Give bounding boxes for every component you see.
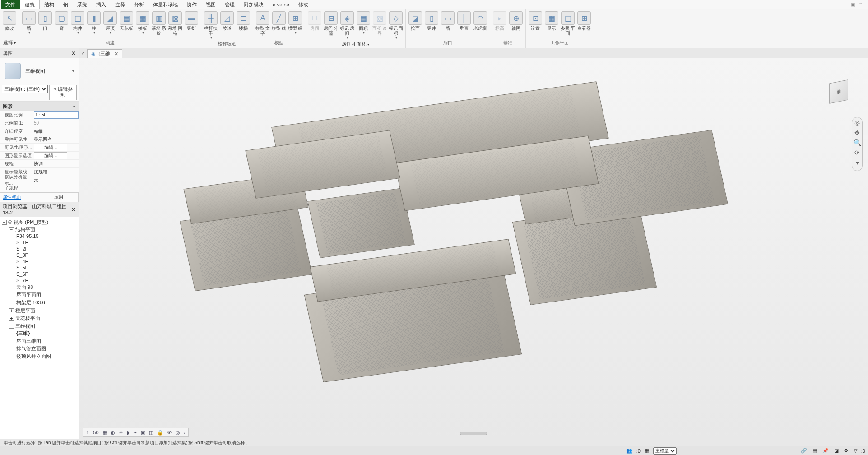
tree-leaf[interactable]: S_5F xyxy=(16,265,78,271)
cube-face[interactable]: 前 xyxy=(829,79,848,103)
tree-root[interactable]: 视图 (PM_模型) xyxy=(14,219,48,225)
property-row[interactable]: 视图比例 xyxy=(0,111,79,119)
select-face-icon[interactable]: ◪ xyxy=(833,448,840,454)
close-icon[interactable]: ✕ xyxy=(71,50,76,56)
wall-opening-button[interactable]: ▭墙 xyxy=(440,10,455,32)
tab-annotate[interactable]: 注释 xyxy=(111,0,130,9)
tree-toggle[interactable]: − xyxy=(2,220,7,225)
edit-button[interactable]: 编辑... xyxy=(34,144,67,151)
tab-massing[interactable]: 体量和场地 xyxy=(149,0,182,9)
tree-toggle[interactable]: + xyxy=(9,316,14,321)
roof-button[interactable]: ◢屋顶▾ xyxy=(102,10,118,37)
visual-style-icon[interactable]: ◐ xyxy=(109,430,116,436)
project-tree[interactable]: −⦾ 视图 (PM_模型) −结构平面 F34 95.15S_1FS_2FS_3… xyxy=(0,217,79,439)
area-tag-button[interactable]: ◇标记 面积▾ xyxy=(388,10,404,41)
grid-button[interactable]: ⊕轴网 xyxy=(508,10,524,32)
model-select[interactable]: 主模型 xyxy=(653,447,677,455)
property-row[interactable]: 详细程度精细 xyxy=(0,127,79,135)
tab-manage[interactable]: 管理 xyxy=(220,0,239,9)
viewport-canvas[interactable]: 前 ◎ ✥ 🔍 ⟳ ▾ 1 : 50 ▦ ◐ ☀ ◗ ✦ ▣ ◫ 🔒 👁 ◎ xyxy=(79,58,868,439)
by-face-button[interactable]: ◪按面 xyxy=(408,10,423,32)
lock-3d-icon[interactable]: 🔒 xyxy=(156,430,165,436)
filter-icon[interactable]: ▽ xyxy=(852,448,859,454)
close-icon[interactable]: ✕ xyxy=(71,206,76,213)
temp-hide-icon[interactable]: 👁 xyxy=(166,430,173,435)
tab-collaborate[interactable]: 协作 xyxy=(182,0,201,9)
property-row[interactable]: 规程协调 xyxy=(0,160,79,168)
model-text-button[interactable]: A模型 文字 xyxy=(255,10,270,37)
panel-toggle-icon[interactable]: ▣ xyxy=(850,2,855,8)
editable-only-icon[interactable]: ▦ xyxy=(643,448,650,454)
property-row[interactable]: 可见性/图形...编辑... xyxy=(0,144,79,152)
workset-icon[interactable]: 👥 xyxy=(625,448,634,454)
room-tag-button[interactable]: ◈标记 房间▾ xyxy=(339,10,355,41)
ramp-button[interactable]: ◿坡道 xyxy=(219,10,235,41)
type-selector[interactable]: 三维视图 ▾ xyxy=(0,58,79,84)
tab-everse[interactable]: e-verse xyxy=(268,0,294,9)
property-row[interactable]: 图形显示选项编辑... xyxy=(0,152,79,160)
orbit-icon[interactable]: ⟳ xyxy=(852,149,862,159)
door-button[interactable]: ▯门 xyxy=(37,10,53,37)
tab-architecture[interactable]: 建筑 xyxy=(20,0,40,9)
tree-node-struct[interactable]: 结构平面 xyxy=(15,227,35,232)
edit-button[interactable]: 编辑... xyxy=(34,152,67,159)
detail-level-icon[interactable]: ▦ xyxy=(101,430,108,436)
properties-help-link[interactable]: 属性帮助 xyxy=(0,193,39,202)
tree-leaf[interactable]: S_2F xyxy=(16,246,78,252)
tab-analyze[interactable]: 分析 xyxy=(130,0,149,9)
reveal-icon[interactable]: ◎ xyxy=(174,430,181,436)
tree-leaf[interactable]: 楼顶风井立面图 xyxy=(16,353,78,360)
mullion-button[interactable]: ▬竖梃 xyxy=(184,10,199,37)
tree-node-3d[interactable]: 三维视图 xyxy=(15,323,35,329)
apply-button[interactable]: 应用 xyxy=(39,193,79,202)
chevron-left-icon[interactable]: ‹ xyxy=(182,430,187,435)
drag-icon[interactable]: ✥ xyxy=(843,448,849,454)
area-button[interactable]: ▦面积▾ xyxy=(356,10,371,41)
tree-leaf[interactable]: 排气管立面图 xyxy=(16,345,78,353)
modify-button[interactable]: ↖修改 xyxy=(2,10,17,32)
tab-steel[interactable]: 钢 xyxy=(59,0,73,9)
select-underlay-icon[interactable]: ▤ xyxy=(811,448,818,454)
room-button[interactable]: □房间 xyxy=(307,10,322,41)
railing-button[interactable]: ╫栏杆扶手▾ xyxy=(203,10,218,41)
level-button[interactable]: ▸标高 xyxy=(492,10,507,32)
room-separator-button[interactable]: ⊟房间 分隔 xyxy=(323,10,339,41)
component-button[interactable]: ◫构件▾ xyxy=(70,10,85,37)
stair-button[interactable]: ≣楼梯 xyxy=(236,10,251,41)
tree-leaf[interactable]: S_3F xyxy=(16,252,78,258)
tab-modify[interactable]: 修改 xyxy=(294,0,313,9)
tree-leaf[interactable]: F34 95.15 xyxy=(16,233,78,239)
shadows-icon[interactable]: ◗ xyxy=(125,430,131,436)
tree-leaf[interactable]: S_4F xyxy=(16,258,78,265)
view-cube[interactable]: 前 xyxy=(823,76,854,108)
tab-structure[interactable]: 结构 xyxy=(40,0,59,9)
show-button[interactable]: ▦显示 xyxy=(544,10,559,37)
dormer-button[interactable]: ◠老虎窗 xyxy=(473,10,488,32)
curtain-grid-button[interactable]: ▩幕墙 网格 xyxy=(167,10,183,37)
tab-systems[interactable]: 系统 xyxy=(73,0,92,9)
property-row[interactable]: 默认分析显示...无 xyxy=(0,176,79,184)
wall-button[interactable]: ▭墙▾ xyxy=(21,10,37,37)
viewer-button[interactable]: ⊞查看器 xyxy=(576,10,592,37)
zoom-icon[interactable]: 🔍 xyxy=(852,139,862,149)
chevron-down-icon[interactable]: ▾ xyxy=(852,159,862,169)
column-button[interactable]: ▮柱▾ xyxy=(86,10,102,37)
tree-node-ceil[interactable]: 天花板平面 xyxy=(15,316,40,321)
ref-plane-button[interactable]: ◫参照 平面 xyxy=(560,10,576,37)
tree-leaf[interactable]: 屋面三维图 xyxy=(16,337,78,345)
curtain-system-button[interactable]: ▥幕墙 系统 xyxy=(151,10,167,37)
tab-file[interactable]: 文件 xyxy=(1,0,20,9)
tree-toggle[interactable]: − xyxy=(9,324,14,329)
render-icon[interactable]: ✦ xyxy=(132,430,139,436)
tab-view[interactable]: 视图 xyxy=(201,0,220,9)
set-button[interactable]: ⊡设置 xyxy=(528,10,543,37)
tab-insert[interactable]: 插入 xyxy=(92,0,111,9)
vertical-button[interactable]: │垂直 xyxy=(456,10,472,32)
crop-region-icon[interactable]: ◫ xyxy=(148,430,155,436)
ceiling-button[interactable]: ▤天花板 xyxy=(119,10,134,37)
tree-node-floor[interactable]: 楼层平面 xyxy=(15,308,35,313)
close-tab-icon[interactable]: ✕ xyxy=(114,51,118,57)
tree-leaf[interactable]: S_1F xyxy=(16,239,78,246)
window-button[interactable]: ▢窗 xyxy=(54,10,69,37)
tree-leaf[interactable]: 天面 98 xyxy=(16,283,78,291)
